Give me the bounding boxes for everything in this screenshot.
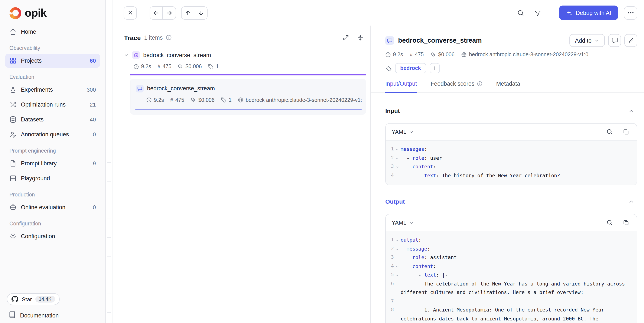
document-icon xyxy=(10,160,16,167)
star-label: Star xyxy=(22,296,32,302)
hash-icon: # xyxy=(410,52,412,58)
sidebar-item-home[interactable]: Home xyxy=(5,25,100,39)
tab-input-output[interactable]: Input/Output xyxy=(385,80,417,93)
tab-metadata[interactable]: Metadata xyxy=(496,80,520,93)
debug-with-ai-button[interactable]: Debug with AI xyxy=(559,6,618,20)
output-code: 1output: 2 message: 3 role: assistant 4 … xyxy=(386,232,637,323)
ellipsis-icon xyxy=(627,9,634,16)
cost-value: $0.006 xyxy=(198,97,214,103)
fold-chevron-icon[interactable] xyxy=(394,244,401,253)
copy-code-button[interactable] xyxy=(620,218,631,228)
collapse-output-button[interactable] xyxy=(625,196,637,208)
sidebar-item-projects[interactable]: Projects 60 xyxy=(5,54,100,68)
sidebar-item-online-evaluation[interactable]: Online evaluation 0 xyxy=(5,200,100,214)
line-number: 8 xyxy=(388,306,394,323)
add-tag-button[interactable] xyxy=(430,63,440,73)
detail-tabs: Input/Output Feedback scores Metadata xyxy=(371,80,644,93)
logo[interactable]: opik xyxy=(0,0,105,23)
home-icon xyxy=(10,28,16,35)
sidebar-item-configuration[interactable]: Configuration xyxy=(5,229,100,243)
format-value: YAML xyxy=(392,129,406,135)
edit-button[interactable] xyxy=(624,34,637,47)
input-heading: Input xyxy=(385,108,400,114)
sidebar-item-experiments[interactable]: Experiments 300 xyxy=(5,83,100,97)
down-span-button[interactable] xyxy=(194,6,208,20)
fold-chevron-icon[interactable] xyxy=(394,270,401,279)
filter-button[interactable] xyxy=(530,6,545,20)
code-line: 5 - text: |- xyxy=(388,270,632,279)
chevron-down-icon[interactable] xyxy=(124,53,129,57)
coins-icon xyxy=(190,97,196,103)
tags-count: 1 xyxy=(216,64,219,70)
copy-code-button[interactable] xyxy=(620,127,631,137)
chevron-up-icon xyxy=(628,108,634,114)
clock-icon xyxy=(385,52,391,57)
line-number: 7 xyxy=(388,297,394,306)
search-button[interactable] xyxy=(513,6,528,20)
tag-chip[interactable]: bedrock xyxy=(395,63,426,73)
format-select[interactable]: YAML xyxy=(392,129,414,135)
cost-value: $0.006 xyxy=(438,52,454,58)
fold-chevron-icon[interactable] xyxy=(394,262,401,270)
opik-logo-icon xyxy=(10,7,21,19)
toolbar-right: Debug with AI xyxy=(513,6,637,20)
output-card-tools xyxy=(604,218,631,228)
sidebar-item-label: Projects xyxy=(21,58,42,64)
line-number: 2 xyxy=(388,244,394,253)
expand-view-button[interactable] xyxy=(340,32,352,44)
span-row-selected[interactable]: bedrock_converse_stream 9.2s #475 $0.006… xyxy=(130,78,366,115)
trace-row[interactable]: bedrock_converse_stream 9.2s #475 $0.006… xyxy=(124,50,366,75)
toolbar-separator xyxy=(552,8,552,18)
up-down-group xyxy=(181,6,208,20)
span-name: bedrock_converse_stream xyxy=(147,85,215,92)
collapsed-table-gutter[interactable] xyxy=(106,0,113,323)
copy-icon xyxy=(622,220,629,226)
close-button[interactable] xyxy=(124,6,137,20)
sidebar-item-annotation-queues[interactable]: Annotation queues 0 xyxy=(5,128,100,142)
format-select[interactable]: YAML xyxy=(392,220,414,226)
sidebar-item-documentation[interactable]: Documentation xyxy=(7,305,60,320)
search-in-code-button[interactable] xyxy=(604,218,614,228)
expand-icon xyxy=(342,34,349,41)
prev-trace-button[interactable] xyxy=(150,6,163,20)
sidebar-item-playground[interactable]: Playground xyxy=(5,171,100,185)
next-trace-button[interactable] xyxy=(163,6,176,20)
arrow-up-icon xyxy=(184,10,191,16)
fold-chevron-icon[interactable] xyxy=(394,162,401,171)
sidebar-item-label: Playground xyxy=(21,175,50,182)
detail-title: bedrock_converse_stream xyxy=(398,37,482,44)
model-name: bedrock anthropic.claude-3-sonnet-202402… xyxy=(246,97,362,103)
trace-duration-bar xyxy=(130,74,366,75)
search-in-code-button[interactable] xyxy=(604,127,614,137)
trace-items-count: 1 items xyxy=(144,34,162,41)
fold-chevron-icon[interactable] xyxy=(394,236,401,244)
nav-section-production: Production xyxy=(10,192,96,198)
sidebar-item-datasets[interactable]: Datasets 40 xyxy=(5,112,100,126)
sidebar-item-label: Prompt library xyxy=(21,160,57,166)
fold-chevron-icon[interactable] xyxy=(394,145,401,154)
collapse-input-button[interactable] xyxy=(625,105,637,117)
fold-chevron-icon[interactable] xyxy=(394,154,401,162)
github-star-button[interactable]: Star 14.4K xyxy=(7,293,60,305)
add-to-button[interactable]: Add to xyxy=(570,34,605,47)
collapse-all-button[interactable] xyxy=(354,32,366,44)
trace-stats: 9.2s #475 $0.006 1 xyxy=(134,64,366,70)
info-icon xyxy=(166,34,172,40)
sidebar-item-label: Configuration xyxy=(21,233,55,240)
trace-panel-title: Trace xyxy=(124,34,141,41)
tokens-value: 475 xyxy=(415,52,424,58)
tab-label: Metadata xyxy=(496,80,520,87)
comment-button[interactable] xyxy=(608,34,621,47)
sidebar-item-optimization-runs[interactable]: Optimization runs 21 xyxy=(5,98,100,112)
collapse-all-icon xyxy=(357,34,363,41)
up-span-button[interactable] xyxy=(181,6,194,20)
line-number: 5 xyxy=(388,270,394,279)
format-value: YAML xyxy=(392,220,406,226)
code-line: 7 xyxy=(388,297,632,306)
plus-icon xyxy=(432,66,437,71)
sidebar-item-prompt-library[interactable]: Prompt library 9 xyxy=(5,156,100,170)
nav-section-prompt-engineering: Prompt engineering xyxy=(10,148,96,154)
tab-feedback-scores[interactable]: Feedback scores xyxy=(431,80,483,93)
shuffle-icon xyxy=(10,101,16,108)
more-options-button[interactable] xyxy=(624,6,637,20)
